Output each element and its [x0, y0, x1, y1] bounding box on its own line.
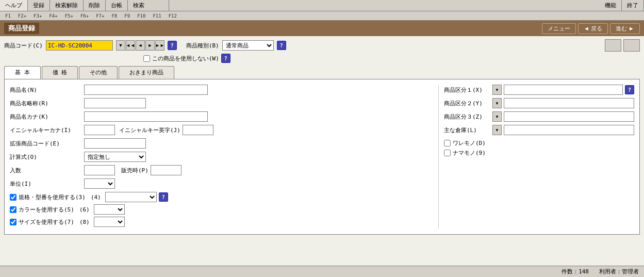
spec-model-checkbox[interactable]: [10, 194, 16, 201]
product-type-help-btn[interactable]: ?: [277, 41, 286, 50]
menu-delete[interactable]: 削除: [84, 0, 106, 11]
quantity-input[interactable]: [84, 165, 115, 175]
tab-price[interactable]: 価 格: [42, 66, 78, 79]
menu-dacho[interactable]: 台帳: [106, 0, 128, 11]
namamono-checkbox[interactable]: [444, 150, 451, 156]
product-abbr-input[interactable]: [84, 98, 146, 108]
namamono-label: ナマモノ(9): [453, 149, 486, 157]
menu-help[interactable]: ヘルプ: [0, 0, 28, 11]
product-abbr-row: 商品名略称(R): [10, 98, 434, 108]
color-sub: (6): [79, 206, 90, 213]
forward-button[interactable]: 進む ►: [610, 23, 640, 34]
calc-method-select[interactable]: 指定無し: [84, 152, 146, 162]
initial-kana-input[interactable]: [84, 125, 115, 135]
nav-next-btn[interactable]: ►: [145, 40, 155, 51]
cat1-input[interactable]: [504, 85, 623, 95]
size-label: サイズを使用する(7): [19, 218, 74, 226]
tab-basic[interactable]: 基 本: [4, 66, 41, 79]
waremono-label: ワレモノ(D): [453, 139, 486, 147]
nav-next-next-btn[interactable]: ►►: [155, 40, 164, 51]
menu-button[interactable]: メニュー: [542, 23, 576, 34]
product-name-input[interactable]: [84, 85, 208, 95]
image-icon-2[interactable]: [623, 39, 640, 52]
cat2-label: 商品区分２(Y): [444, 100, 490, 107]
menu-search-cancel[interactable]: 検索解除: [50, 0, 84, 11]
fkey-f1: F1: [2, 13, 14, 19]
size-select[interactable]: [94, 217, 125, 227]
fkey-f4: F4+: [46, 13, 60, 19]
product-type-label: 商品種別(B): [186, 42, 219, 50]
record-count: 件数：148: [562, 268, 589, 275]
no-use-label: この商品を使用しない(W): [152, 55, 219, 62]
cat3-row: 商品区分３(Z) ▼: [444, 111, 634, 122]
fkey-f7: F7+: [93, 13, 107, 19]
product-name-row: 商品名(N): [10, 85, 434, 95]
back-button[interactable]: ◄ 戻る: [578, 23, 608, 34]
warehouse-row: 主な倉庫(L) ▼: [444, 125, 634, 135]
product-kana-input[interactable]: [84, 111, 208, 122]
dropdown-btn[interactable]: ▼: [116, 40, 125, 51]
menu-end[interactable]: 終了: [622, 0, 644, 11]
product-code-input[interactable]: [46, 40, 113, 51]
spec-model-help-btn[interactable]: ?: [159, 192, 168, 202]
selling-qty-input[interactable]: [151, 165, 181, 175]
color-row: カラーを使用する(5) (6): [10, 204, 434, 215]
menu-features[interactable]: 機能: [600, 0, 622, 11]
menu-register[interactable]: 登録: [28, 0, 50, 11]
product-code-help-btn[interactable]: ?: [168, 41, 177, 50]
cat2-input[interactable]: [504, 98, 634, 108]
spec-model-select[interactable]: [105, 192, 157, 202]
warehouse-input[interactable]: [504, 125, 634, 135]
unit-label: 単位(I): [10, 180, 82, 188]
size-row: サイズを使用する(7) (8): [10, 217, 434, 227]
cat3-label: 商品区分３(Z): [444, 113, 490, 121]
tab-other[interactable]: その他: [79, 66, 118, 79]
size-checkbox[interactable]: [10, 219, 16, 225]
unit-select[interactable]: [84, 178, 115, 189]
fkey-bar: F1 F2+ F3+ F4+ F5+ F6+ F7+ F8 F9 F10 F11…: [0, 11, 644, 21]
menu-search[interactable]: 検索: [128, 0, 169, 11]
ext-code-input[interactable]: [84, 138, 146, 149]
product-code-row: 商品コード(C) ▼ ◄◄ ◄ ► ►► ? 商品種別(B) 通常商品 セット商…: [4, 39, 640, 52]
cat3-input[interactable]: [504, 111, 634, 122]
fkey-f12: F12: [166, 13, 180, 19]
fkey-f5: F5+: [62, 13, 76, 19]
product-abbr-label: 商品名略称(R): [10, 100, 82, 107]
nav-buttons: ▼ ◄◄ ◄ ► ►►: [116, 40, 164, 51]
ext-code-label: 拡張商品コード(E): [10, 140, 82, 148]
spec-model-label: 規格・型番を使用する(3): [19, 193, 86, 201]
cat2-dropdown-btn[interactable]: ▼: [492, 98, 502, 108]
cat1-label: 商品区分１(X): [444, 86, 490, 94]
initial-kana-label: イニシャルキーカナ(I): [10, 126, 82, 134]
namamono-row: ナマモノ(9): [444, 149, 634, 157]
fkey-f2: F2+: [15, 13, 29, 19]
page-title: 商品登録: [4, 23, 39, 34]
image-icon-1[interactable]: [605, 39, 621, 52]
tab-okimari[interactable]: おきまり商品: [119, 66, 174, 79]
no-use-checkbox[interactable]: [143, 55, 150, 62]
cat1-dropdown-btn[interactable]: ▼: [492, 85, 502, 95]
selling-qty-label: 販売時(P): [121, 167, 148, 174]
form-right: 商品区分１(X) ▼ ? 商品区分２(Y) ▼ 商品区分３(Z) ▼ 主な倉庫(…: [438, 85, 634, 229]
initial-alpha-label: イニシャルキー英字(J): [119, 126, 180, 134]
cat1-row: 商品区分１(X) ▼ ?: [444, 85, 634, 95]
fkey-f3: F3+: [30, 13, 45, 19]
product-type-select[interactable]: 通常商品 セット商品 役務商品: [222, 40, 274, 51]
color-checkbox[interactable]: [10, 206, 16, 213]
initial-alpha-input[interactable]: [183, 125, 213, 135]
product-name-label: 商品名(N): [10, 86, 82, 94]
quantity-row: 入数 販売時(P): [10, 165, 434, 175]
color-select[interactable]: [94, 204, 125, 215]
calc-method-label: 計算式(O): [10, 153, 82, 161]
nav-prev-btn[interactable]: ◄: [136, 40, 145, 51]
cat1-help-btn[interactable]: ?: [625, 85, 634, 94]
spec-model-sub: (4): [91, 194, 101, 201]
fkey-f8: F8: [108, 13, 120, 19]
nav-prev-prev-btn[interactable]: ◄◄: [126, 40, 135, 51]
warehouse-dropdown-btn[interactable]: ▼: [492, 125, 502, 135]
ext-code-row: 拡張商品コード(E): [10, 138, 434, 149]
waremono-checkbox[interactable]: [444, 140, 451, 146]
no-use-help-btn[interactable]: ?: [221, 54, 230, 63]
cat3-dropdown-btn[interactable]: ▼: [492, 111, 502, 122]
waremono-row: ワレモノ(D): [444, 139, 634, 147]
